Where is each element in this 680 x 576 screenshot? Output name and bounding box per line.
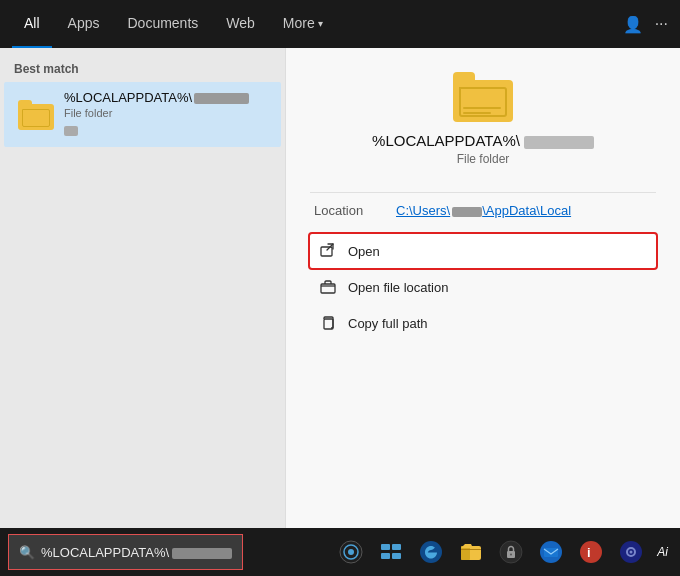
tab-apps[interactable]: Apps [56,0,112,48]
explorer-icon [459,540,483,564]
location-path[interactable]: C:\Users\\AppData\Local [396,203,571,218]
mail-icon [539,540,563,564]
taskview-icon [380,541,402,563]
search-icon: 🔍 [19,545,35,560]
divider [310,192,656,193]
svg-point-16 [510,554,512,556]
top-nav-bar: All Apps Documents Web More ▾ 👤 ··· [0,0,680,48]
redacted-folder-name [524,136,594,149]
redacted-user [452,207,482,217]
info-app-button[interactable]: i [573,532,609,572]
detail-header: %LOCALAPPDATA%\ File folder [310,72,656,166]
redacted-name [194,93,249,104]
svg-rect-9 [392,553,401,559]
result-type: File folder [64,107,249,119]
svg-point-23 [630,551,633,554]
chevron-down-icon: ▾ [318,18,323,29]
ai-label-area: Ai [653,532,672,572]
result-name: %LOCALAPPDATA%\ [64,90,249,105]
detail-folder-icon [453,72,513,122]
main-content: Best match %LOCALAPPDATA%\ File folder [0,48,680,528]
search-circle-icon [339,540,363,564]
svg-text:i: i [587,545,591,560]
location-label: Location [314,203,384,218]
svg-rect-6 [381,544,390,550]
ai-label: Ai [657,545,668,559]
copy-full-path-button[interactable]: Copy full path [310,306,656,340]
settings-icon [619,540,643,564]
section-best-match: Best match [0,58,285,82]
copy-icon [318,313,338,333]
lock-app-button[interactable] [493,532,529,572]
svg-rect-8 [381,553,390,559]
tab-web[interactable]: Web [214,0,267,48]
tab-documents[interactable]: Documents [115,0,210,48]
edge-icon [419,540,443,564]
more-options-icon[interactable]: ··· [655,15,668,33]
svg-point-19 [580,541,602,563]
actions-list: Open Open file location [310,234,656,340]
search-input-area[interactable]: 🔍 %LOCALAPPDATA%\ [8,534,243,570]
svg-rect-18 [544,548,558,557]
svg-rect-13 [461,549,481,550]
info-circle-icon: i [579,540,603,564]
svg-rect-0 [321,247,332,256]
folder-icon [18,100,54,130]
open-file-location-button[interactable]: Open file location [310,270,656,304]
tab-more[interactable]: More ▾ [271,0,335,48]
mail-app-button[interactable] [533,532,569,572]
taskbar-right: i Ai [333,532,680,572]
result-item[interactable]: %LOCALAPPDATA%\ File folder [4,82,281,147]
left-panel: Best match %LOCALAPPDATA%\ File folder [0,48,285,528]
open-icon [318,241,338,261]
svg-point-5 [348,549,354,555]
search-text: %LOCALAPPDATA%\ [41,545,232,560]
settings-button[interactable] [613,532,649,572]
redacted-extra [64,126,78,136]
taskbar-search-button[interactable] [333,532,369,572]
detail-subtitle: File folder [457,152,510,166]
svg-rect-7 [392,544,401,550]
svg-rect-12 [461,546,470,560]
edge-browser-button[interactable] [413,532,449,572]
open-button[interactable]: Open [310,234,656,268]
right-panel: %LOCALAPPDATA%\ File folder Location C:\… [285,48,680,528]
user-icon[interactable]: 👤 [623,15,643,34]
top-right-controls: 👤 ··· [623,15,668,34]
tab-all[interactable]: All [12,0,52,48]
taskview-button[interactable] [373,532,409,572]
redacted-search-text [172,548,232,559]
lock-icon [499,540,523,564]
location-row: Location C:\Users\\AppData\Local [310,203,656,218]
file-explorer-button[interactable] [453,532,489,572]
result-info: %LOCALAPPDATA%\ File folder [64,90,249,139]
svg-point-10 [420,541,442,563]
detail-title: %LOCALAPPDATA%\ [372,132,594,149]
open-file-location-icon [318,277,338,297]
bottom-taskbar: 🔍 %LOCALAPPDATA%\ [0,528,680,576]
